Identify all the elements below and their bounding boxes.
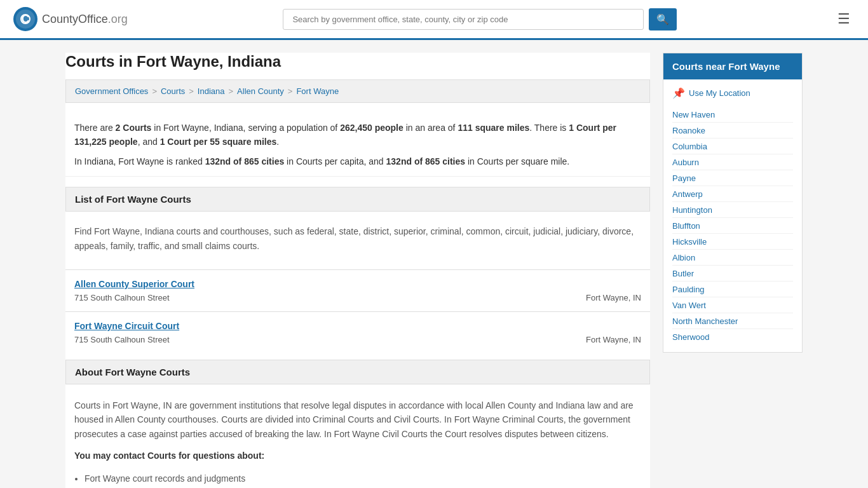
sidebar-city-7: Bluffton [672, 218, 793, 234]
sidebar-city-4: Payne [672, 170, 793, 186]
sidebar-city-1: Roanoke [672, 123, 793, 139]
sidebar-city-3: Auburn [672, 154, 793, 170]
sidebar-city-11: Paulding [672, 281, 793, 297]
breadcrumb-item-courts[interactable]: Courts [161, 86, 185, 96]
sidebar-city-link-6[interactable]: Huntington [672, 205, 712, 215]
contact-list: Fort Wayne court records and judgments L… [65, 471, 650, 488]
sidebar-city-6: Huntington [672, 202, 793, 218]
court-listing-2: Fort Wayne Circuit Court 715 South Calho… [65, 311, 650, 353]
contact-heading: You may contact Courts for questions abo… [74, 451, 264, 461]
sidebar-city-0: New Haven [672, 107, 793, 123]
sidebar-city-link-7[interactable]: Bluffton [672, 221, 700, 231]
sidebar-city-link-9[interactable]: Albion [672, 253, 695, 262]
sidebar-city-link-8[interactable]: Hicksville [672, 237, 707, 247]
sidebar-city-12: Van Wert [672, 297, 793, 313]
sidebar-city-link-11[interactable]: Paulding [672, 285, 705, 294]
contact-item-1: Fort Wayne court records and judgments [85, 471, 641, 487]
sidebar-city-link-3[interactable]: Auburn [672, 158, 699, 167]
sidebar-city-link-10[interactable]: Butler [672, 269, 694, 278]
court-name-2[interactable]: Fort Wayne Circuit Court [74, 321, 641, 331]
court-citystate-1: Fort Wayne, IN [586, 293, 641, 302]
menu-button[interactable]: ☰ [832, 8, 855, 30]
sidebar: Courts near Fort Wayne 📌 Use My Location… [663, 53, 803, 488]
list-section-header: List of Fort Wayne Courts [65, 187, 650, 212]
nearby-cities-list: New HavenRoanokeColumbiaAuburnPayneAntwe… [672, 107, 793, 344]
sidebar-city-10: Butler [672, 266, 793, 281]
search-input[interactable] [283, 9, 644, 30]
sidebar-city-2: Columbia [672, 139, 793, 154]
list-description: Find Fort Wayne, Indiana courts and cour… [65, 218, 650, 259]
location-pin-icon: 📌 [672, 87, 685, 99]
court-citystate-2: Fort Wayne, IN [586, 335, 641, 344]
sidebar-city-link-0[interactable]: New Haven [672, 110, 715, 119]
search-button[interactable]: 🔍 [649, 8, 677, 30]
breadcrumb-item-allen-county[interactable]: Allen County [237, 86, 284, 96]
sidebar-city-link-12[interactable]: Van Wert [672, 301, 706, 310]
breadcrumb-item-gov-offices[interactable]: Government Offices [75, 86, 148, 96]
logo-text: CountyOffice.org [42, 13, 128, 26]
court-address-2: 715 South Calhoun Street [74, 335, 170, 344]
breadcrumb-item-indiana[interactable]: Indiana [198, 86, 225, 96]
sidebar-city-14: Sherwood [672, 329, 793, 344]
hamburger-icon: ☰ [837, 11, 850, 27]
sidebar-city-link-13[interactable]: North Manchester [672, 316, 738, 326]
sidebar-city-link-14[interactable]: Sherwood [672, 332, 710, 342]
about-section-header: About Fort Wayne Courts [65, 360, 650, 384]
breadcrumb: Government Offices > Courts > Indiana > … [65, 79, 650, 103]
court-listing-1: Allen County Superior Court 715 South Ca… [65, 269, 650, 311]
intro-text: There are 2 Courts in Fort Wayne, Indian… [65, 113, 650, 177]
sidebar-city-5: Antwerp [672, 186, 793, 202]
about-description: Courts in Fort Wayne, IN are government … [65, 391, 650, 449]
sidebar-city-link-4[interactable]: Payne [672, 173, 696, 183]
sidebar-city-link-2[interactable]: Columbia [672, 142, 707, 151]
sidebar-city-13: North Manchester [672, 313, 793, 329]
sidebar-city-link-5[interactable]: Antwerp [672, 189, 703, 199]
sidebar-title: Courts near Fort Wayne [663, 53, 802, 79]
page-title: Courts in Fort Wayne, Indiana [65, 53, 650, 71]
sidebar-city-link-1[interactable]: Roanoke [672, 126, 705, 135]
search-icon: 🔍 [656, 14, 669, 25]
use-my-location-link[interactable]: 📌 Use My Location [672, 87, 793, 99]
sidebar-city-8: Hicksville [672, 234, 793, 250]
sidebar-city-9: Albion [672, 250, 793, 266]
court-name-1[interactable]: Allen County Superior Court [74, 279, 641, 289]
breadcrumb-item-fort-wayne[interactable]: Fort Wayne [296, 86, 339, 96]
court-address-1: 715 South Calhoun Street [74, 293, 170, 302]
logo[interactable]: C CountyOffice.org [13, 6, 128, 32]
